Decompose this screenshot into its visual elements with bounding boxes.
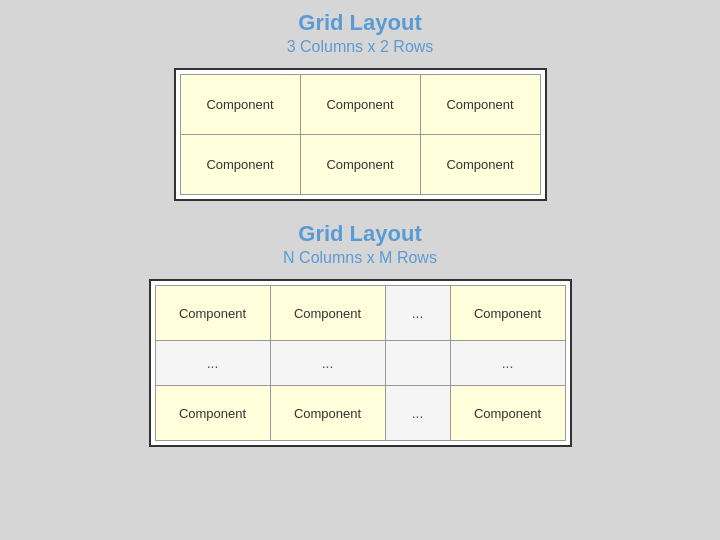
cell-r2-c3 — [386, 341, 451, 386]
cell-r1-c3: ... — [386, 286, 451, 341]
grid1: Component Component Component Component … — [180, 74, 541, 195]
section2-title: Grid Layout — [298, 221, 421, 247]
cell-r2-c2: ... — [271, 341, 386, 386]
section1-subtitle: 3 Columns x 2 Rows — [287, 38, 434, 56]
cell-r1-c2: Component — [271, 286, 386, 341]
cell-r3-c3: ... — [386, 386, 451, 441]
cell-r3-c2: Component — [271, 386, 386, 441]
cell-r2-c1: ... — [156, 341, 271, 386]
cell-2-2: Component — [301, 135, 421, 195]
cell-r3-c4: Component — [451, 386, 566, 441]
grid1-container: Component Component Component Component … — [174, 68, 547, 201]
cell-r1-c1: Component — [156, 286, 271, 341]
cell-2-1: Component — [181, 135, 301, 195]
section1-title: Grid Layout — [298, 10, 421, 36]
grid2: Component Component ... Component ... ..… — [155, 285, 566, 441]
cell-r1-c4: Component — [451, 286, 566, 341]
cell-2-3: Component — [421, 135, 541, 195]
cell-r2-c4: ... — [451, 341, 566, 386]
section2-subtitle: N Columns x M Rows — [283, 249, 437, 267]
cell-r3-c1: Component — [156, 386, 271, 441]
grid2-container: Component Component ... Component ... ..… — [149, 279, 572, 447]
grid-section-2: Grid Layout N Columns x M Rows Component… — [149, 221, 572, 447]
cell-1-3: Component — [421, 75, 541, 135]
cell-1-1: Component — [181, 75, 301, 135]
cell-1-2: Component — [301, 75, 421, 135]
grid-section-1: Grid Layout 3 Columns x 2 Rows Component… — [174, 10, 547, 201]
